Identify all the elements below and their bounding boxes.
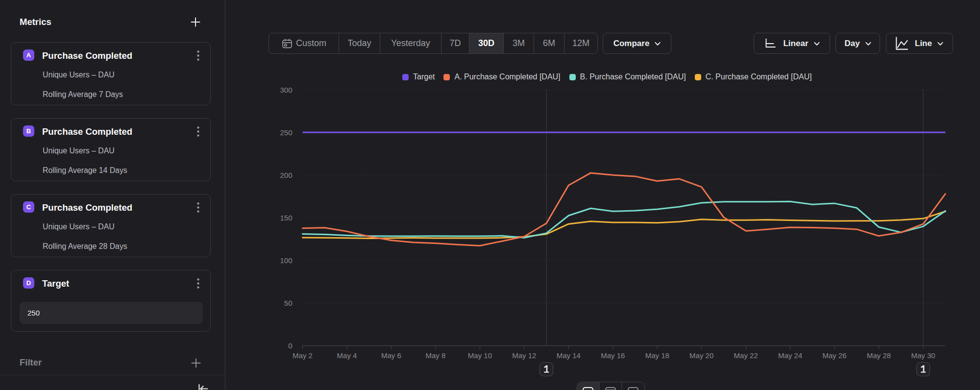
svg-text:May 4: May 4 xyxy=(337,351,357,360)
svg-text:May 24: May 24 xyxy=(778,351,802,360)
svg-text:May 10: May 10 xyxy=(468,351,492,360)
svg-text:0: 0 xyxy=(288,341,292,350)
svg-text:100: 100 xyxy=(280,256,292,265)
svg-text:May 6: May 6 xyxy=(381,351,401,360)
svg-text:May 18: May 18 xyxy=(645,351,669,360)
svg-text:300: 300 xyxy=(280,86,292,94)
svg-text:150: 150 xyxy=(280,214,292,222)
svg-text:May 8: May 8 xyxy=(425,351,445,360)
svg-text:May 28: May 28 xyxy=(867,351,891,360)
svg-text:May 12: May 12 xyxy=(512,351,536,360)
svg-text:May 22: May 22 xyxy=(734,351,758,360)
svg-text:May 26: May 26 xyxy=(822,351,846,360)
svg-text:200: 200 xyxy=(280,171,292,179)
svg-text:250: 250 xyxy=(280,128,292,137)
svg-text:May 2: May 2 xyxy=(293,351,313,360)
svg-text:May 16: May 16 xyxy=(601,351,625,360)
svg-text:50: 50 xyxy=(284,299,293,307)
svg-text:May 20: May 20 xyxy=(689,351,713,360)
svg-text:May 14: May 14 xyxy=(557,351,581,360)
svg-text:May 30: May 30 xyxy=(911,351,935,360)
